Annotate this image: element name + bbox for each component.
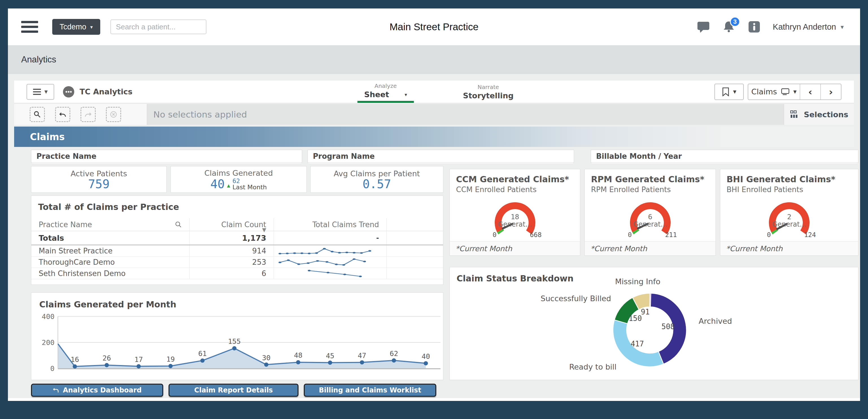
button-label: Analytics Dashboard	[63, 386, 142, 394]
column-header-trend[interactable]: Total Claims Trend	[274, 218, 386, 231]
gauge-rpm-generated-claims[interactable]: RPM Generated Claims* RPM Enrolled Patie…	[585, 169, 716, 256]
chart-title: Claims Generated per Month	[31, 293, 443, 309]
application-window: { "colors": { "frame_navy": "#214259", "…	[0, 0, 868, 419]
app-frame: Tcdemo ▾ Main Street Practice 3 Kathryn …	[8, 8, 860, 401]
selections-bar: No selections applied Selections	[14, 104, 854, 125]
global-menu-button[interactable]: ▼	[27, 84, 54, 100]
sheet-icon	[781, 88, 789, 95]
svg-text:Missing Info: Missing Info	[615, 277, 660, 286]
patient-search-input[interactable]	[111, 20, 207, 34]
tab-kicker: Narrate	[477, 84, 499, 90]
svg-text:417: 417	[630, 339, 644, 348]
column-header-claim-count[interactable]: Claim Count	[190, 218, 274, 231]
kpi-active-patients[interactable]: Active Patients 759	[31, 166, 166, 193]
gauge-title: RPM Generated Claims*	[585, 169, 715, 184]
notifications-button[interactable]: 3	[722, 20, 736, 34]
kpi-value: 759	[88, 179, 110, 190]
notification-badge: 3	[730, 17, 740, 27]
previous-sheet-button[interactable]: ‹	[800, 84, 820, 99]
selections-status: No selections applied	[147, 104, 784, 125]
user-name: Kathryn Anderton	[773, 22, 836, 32]
kpi-claims-generated[interactable]: Claims Generated 40 ▲ 62 Last Month	[170, 166, 307, 193]
info-icon	[748, 21, 760, 33]
claim-status-breakdown-chart[interactable]: Claim Status Breakdown Archived508Ready …	[450, 267, 859, 380]
sort-descending-icon[interactable]: ▼	[262, 227, 266, 233]
app-name: TC Analytics	[80, 87, 132, 96]
user-menu[interactable]: Kathryn Anderton ▾	[773, 22, 844, 32]
undo-arrow-icon	[59, 111, 67, 118]
selection-tools	[14, 104, 147, 125]
kpi-comparison-value: 62	[232, 178, 267, 184]
column-label: Claim Count	[221, 220, 266, 229]
filter-practice-name[interactable]: Practice Name	[31, 150, 302, 163]
next-sheet-button[interactable]: ›	[820, 84, 841, 99]
info-button[interactable]	[747, 20, 761, 34]
messages-button[interactable]	[696, 20, 710, 34]
bookmarks-button[interactable]: ▼	[714, 84, 744, 100]
header-actions: 3 Kathryn Anderton ▾	[696, 20, 844, 34]
app-identity[interactable]: TC Analytics	[63, 86, 132, 98]
column-search-icon[interactable]	[175, 221, 182, 228]
sheet-banner: Claims	[14, 126, 854, 147]
selections-tool-button[interactable]: Selections	[784, 104, 854, 125]
app-logo-icon	[63, 86, 74, 98]
kpi-avg-claims-per-patient[interactable]: Avg Claims per Patient 0.57	[310, 166, 443, 193]
svg-text:30: 30	[262, 354, 271, 362]
sparkline-chart	[278, 245, 382, 257]
svg-text:62: 62	[390, 350, 398, 358]
practice-name-cell[interactable]: ThoroughCare Demo	[31, 257, 190, 268]
kpi-title: Avg Claims per Patient	[334, 169, 420, 178]
column-header-practice[interactable]: Practice Name	[31, 218, 190, 231]
analytics-dashboard-button[interactable]: Analytics Dashboard	[31, 384, 163, 397]
org-selector-button[interactable]: Tcdemo ▾	[52, 19, 100, 35]
menu-icon[interactable]	[21, 21, 38, 33]
step-forward-button[interactable]	[81, 107, 96, 122]
tab-label: Storytelling	[463, 91, 514, 100]
trend-cell	[274, 245, 386, 256]
chevron-down-icon: ▾	[841, 24, 844, 31]
bookmark-icon	[722, 87, 730, 96]
svg-text:Ready to bill: Ready to bill	[569, 362, 617, 371]
gauge-max-label: 211	[665, 231, 677, 238]
table-row[interactable]: Main Street Practice 914	[31, 245, 443, 257]
clear-selections-button[interactable]	[106, 107, 121, 122]
button-label: Claim Report Details	[194, 386, 273, 394]
caret-down-icon: ▼	[794, 89, 797, 94]
practice-name-cell[interactable]: Main Street Practice	[31, 245, 190, 256]
tab-analyze-sheet[interactable]: Analyze Sheet▾	[358, 81, 414, 103]
claims-per-month-chart[interactable]: Claims Generated per Month 4002000162617…	[31, 293, 443, 380]
tab-narrate-storytelling[interactable]: Narrate Storytelling	[456, 81, 520, 103]
svg-text:40: 40	[422, 352, 430, 360]
gauge-bhi-generated-claims[interactable]: BHI Generated Claims* BHI Enrolled Patie…	[720, 169, 859, 256]
billing-claims-worklist-button[interactable]: Billing and Claims Worklist	[304, 384, 436, 397]
svg-text:17: 17	[134, 355, 143, 364]
sparkline-chart	[278, 268, 382, 279]
claim-report-details-button[interactable]: Claim Report Details	[168, 384, 299, 397]
gauge-max-label: 668	[530, 231, 542, 238]
table-row[interactable]: ThoroughCare Demo 253	[31, 257, 443, 268]
practice-name-cell[interactable]: Seth Christensen Demo	[31, 268, 190, 279]
table-row[interactable]: Seth Christensen Demo 6	[31, 268, 443, 279]
gauge-ccm-generated-claims[interactable]: CCM Generated Claims* CCM Enrolled Patie…	[450, 169, 580, 256]
kpi-title: Claims Generated	[205, 169, 273, 177]
svg-text:400: 400	[42, 312, 55, 321]
svg-text:200: 200	[42, 338, 55, 347]
table-title: Total # of Claims per Practice	[31, 202, 443, 212]
line-chart-canvas[interactable]: 40020001626171961155304845476240	[32, 309, 442, 379]
step-back-button[interactable]	[55, 107, 70, 122]
svg-text:150: 150	[628, 314, 642, 323]
current-sheet-name: Claims	[751, 87, 777, 96]
filter-program-name[interactable]: Program Name	[308, 150, 574, 163]
smart-search-button[interactable]	[30, 107, 45, 122]
selections-status-text: No selections applied	[153, 109, 247, 120]
sheet-selector-button[interactable]: Claims ▼	[748, 84, 800, 99]
svg-text:508: 508	[661, 322, 675, 331]
filter-billable-month-year[interactable]: Billable Month / Year	[591, 150, 859, 163]
gauge-subtitle: CCM Enrolled Patients	[450, 184, 580, 194]
kpi-value: 40	[210, 179, 225, 190]
claims-per-practice-table[interactable]: Total # of Claims per Practice Practice …	[31, 196, 443, 285]
donut-chart-canvas[interactable]: Archived508Ready to bill417Successfully …	[450, 267, 859, 380]
page-title: Main Street Practice	[390, 21, 478, 32]
gauge-footnote: *Current Month	[585, 241, 715, 256]
table: Practice Name Claim Count Total Claims T…	[31, 218, 443, 279]
